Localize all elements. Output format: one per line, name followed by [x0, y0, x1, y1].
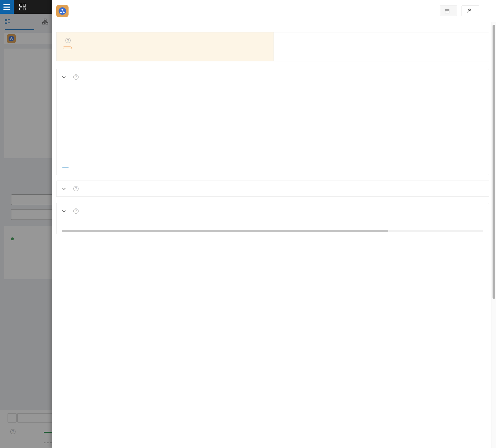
chart-legend — [56, 160, 489, 175]
remediation-content — [56, 219, 489, 232]
modal-header — [52, 0, 496, 22]
related-health-violations-header[interactable]: ? — [56, 181, 489, 197]
add-to-pinned-button[interactable] — [462, 6, 479, 16]
chevron-down-icon — [62, 187, 66, 190]
chevron-down-icon — [62, 210, 66, 213]
health-state-cell: ? — [56, 32, 273, 61]
vertical-scrollbar[interactable] — [492, 22, 496, 448]
monitor-status-modal: ? ? — [52, 0, 496, 448]
hamburger-menu-button[interactable] — [0, 0, 14, 14]
horizontal-scrollbar-thumb[interactable] — [62, 230, 388, 232]
remediation-guide-header[interactable]: ? — [56, 203, 489, 219]
supporting-metrics-section: ? — [56, 69, 489, 175]
metric-chart — [62, 94, 496, 160]
triggered-time-cell — [273, 32, 489, 61]
horizontal-scrollbar[interactable] — [62, 230, 483, 232]
remediation-guide-help-icon[interactable]: ? — [73, 208, 79, 214]
vertical-scrollbar-thumb[interactable] — [493, 25, 495, 299]
components-grid-icon — [19, 4, 26, 10]
chevron-down-icon — [62, 76, 66, 79]
calendar-icon — [445, 9, 450, 13]
remediation-guide-section: ? — [56, 203, 489, 234]
health-state-panel: ? — [56, 32, 489, 61]
modal-body: ? ? — [52, 22, 496, 448]
modal-dim-overlay — [0, 14, 52, 448]
related-health-violations-section: ? — [56, 181, 489, 197]
pin-icon — [466, 8, 472, 13]
hamburger-icon — [3, 4, 10, 5]
health-state-badge — [63, 47, 72, 49]
legend-swatch — [62, 167, 69, 168]
component-icon — [56, 5, 69, 17]
time-picker-button[interactable] — [440, 6, 457, 16]
health-state-help-icon[interactable]: ? — [65, 38, 71, 43]
supporting-metrics-help-icon[interactable]: ? — [73, 74, 79, 80]
supporting-metrics-header[interactable]: ? — [56, 69, 489, 85]
related-health-violations-help-icon[interactable]: ? — [73, 186, 79, 191]
